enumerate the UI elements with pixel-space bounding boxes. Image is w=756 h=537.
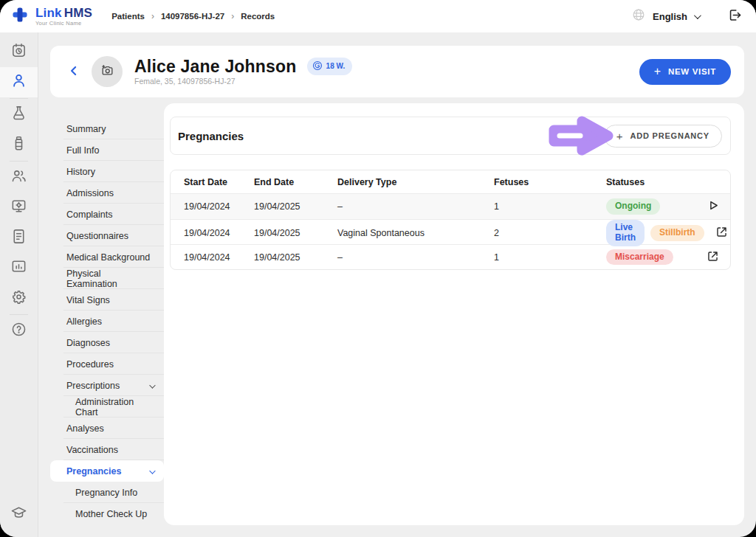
open-in-new-icon [715,225,729,241]
rail-appointments-button[interactable] [0,37,38,67]
status-badge: Stillbirth [650,225,704,241]
sidebar-item-physical-examination[interactable]: Physical Examination [50,268,164,289]
sidebar-item-administration-chart[interactable]: Administration Chart [50,396,164,418]
sidebar-item-complaints[interactable]: Complaints [50,204,164,225]
sidebar-item-vaccinations[interactable]: Vaccinations [50,439,164,460]
plus-icon: + [616,130,624,142]
column-statuses: Statuses [606,177,695,187]
gestation-badge: 18 W. [307,58,353,75]
logout-button[interactable] [727,7,743,25]
sidebar-item-procedures[interactable]: Procedures [50,353,164,375]
monitor-gear-icon [10,198,27,218]
cell-start-date: 19/04/2024 [184,228,254,238]
cell-statuses: Live Birth Stillbirth [606,220,704,246]
resume-pregnancy-button[interactable] [695,198,730,215]
cell-fetuses: 1 [494,201,606,212]
cell-end-date: 19/04/2025 [254,252,337,263]
table-row[interactable]: 19/04/2024 19/04/2025 – 1 Miscarriage [171,244,730,269]
cell-delivery-type: Vaginal Spontaneous [337,228,494,238]
play-icon [705,198,721,215]
topbar-actions: English [631,7,743,25]
calendar-clock-icon [10,42,27,62]
rail-settings-button[interactable] [0,283,38,313]
rail-documents-button[interactable] [0,223,38,253]
medicine-bottle-icon [10,135,27,155]
add-pregnancy-button[interactable]: + ADD PREGNANCY [604,125,722,148]
cell-fetuses: 2 [494,228,606,238]
sidebar-item-summary[interactable]: Summary [50,118,164,139]
app-logo[interactable]: LinkHMS Your Clinic Name [10,5,92,27]
status-badge: Live Birth [606,220,645,246]
page-title: Pregnancies [178,130,244,142]
sidebar-item-medical-background[interactable]: Medical Background [50,246,164,268]
sidebar-item-allergies[interactable]: Allergies [50,311,164,332]
pregnancies-table: Start Date End Date Delivery Type Fetuse… [170,170,731,270]
patient-details: Female, 35, 14097856-HJ-27 [134,77,352,86]
add-pregnancy-label: ADD PREGNANCY [630,131,709,140]
graduation-cap-icon [10,505,27,524]
sidebar-item-questionnaires[interactable]: Questionnaires [50,225,164,246]
top-bar: LinkHMS Your Clinic Name Patients › 1409… [0,0,756,32]
breadcrumb-patient-id[interactable]: 14097856-HJ-27 [161,12,224,21]
icon-rail [0,32,38,537]
brand-tagline: Your Clinic Name [35,21,92,27]
sidebar-item-diagnoses[interactable]: Diagnoses [50,332,164,353]
open-pregnancy-button[interactable] [704,225,731,241]
table-row[interactable]: 19/04/2024 19/04/2025 Vaginal Spontaneou… [171,219,730,244]
rail-dashboard-button[interactable] [0,253,38,283]
chevron-down-icon [694,12,701,19]
column-delivery-type: Delivery Type [337,177,494,187]
rail-staff-button[interactable] [0,162,38,193]
gestation-weeks: 18 W. [326,62,346,70]
sidebar-item-admissions[interactable]: Admissions [50,182,164,204]
breadcrumb-separator: › [151,11,154,21]
rail-laboratory-button[interactable] [0,100,38,130]
fetus-icon [312,60,323,72]
camera-plus-icon [100,63,114,80]
plus-icon: + [654,65,662,78]
sidebar-item-pregnancies[interactable]: Pregnancies [50,460,164,482]
logo-text: LinkHMS Your Clinic Name [35,7,92,27]
app-window: LinkHMS Your Clinic Name Patients › 1409… [0,0,756,537]
breadcrumb-patients[interactable]: Patients [111,12,145,21]
column-fetuses: Fetuses [494,177,606,187]
sidebar-item-prescriptions[interactable]: Prescriptions [50,375,164,396]
patient-header: Alice Jane Johnson 18 W. Female, 35, 140… [50,46,744,97]
breadcrumb: Patients › 14097856-HJ-27 › Records [111,11,275,21]
help-circle-icon [10,321,27,341]
sidebar-item-pregnancy-info[interactable]: Pregnancy Info [50,482,164,503]
sidebar-item-history[interactable]: History [50,161,164,182]
logo-icon [10,5,30,27]
rail-divider [10,161,28,162]
patient-icon [10,72,27,92]
chevron-down-icon [149,382,155,388]
sidebar-item-vital-signs[interactable]: Vital Signs [50,289,164,311]
open-pregnancy-button[interactable] [695,249,730,266]
status-badge: Ongoing [606,198,660,215]
cell-statuses: Ongoing [606,198,695,215]
rail-education-button[interactable] [0,499,38,530]
cell-statuses: Miscarriage [606,249,695,266]
table-row[interactable]: 19/04/2024 19/04/2025 – 1 Ongoing [171,194,730,219]
rail-spacer [0,346,38,499]
chevron-down-icon [149,468,155,474]
pregnancies-panel-header: Pregnancies + ADD PREGNANCY [170,117,731,155]
sidebar-item-full-info[interactable]: Full Info [50,139,164,161]
rail-pharmacy-button[interactable] [0,130,38,160]
rail-workstation-button[interactable] [0,193,38,223]
cell-delivery-type: – [337,252,494,263]
patient-avatar-upload[interactable] [92,56,123,87]
patient-name: Alice Jane Johnson [134,58,297,75]
breadcrumb-records[interactable]: Records [241,12,275,21]
back-button[interactable] [65,62,83,82]
rail-divider [10,98,28,99]
open-in-new-icon [706,249,720,266]
sidebar-item-mother-check-up[interactable]: Mother Check Up [50,503,164,524]
sidebar-item-analyses[interactable]: Analyses [50,418,164,439]
new-visit-button[interactable]: + NEW VISIT [639,59,731,85]
globe-icon [631,7,646,25]
language-selector[interactable]: English [631,7,699,25]
cell-start-date: 19/04/2024 [184,201,254,212]
rail-help-button[interactable] [0,316,38,346]
rail-patients-button[interactable] [0,67,38,97]
